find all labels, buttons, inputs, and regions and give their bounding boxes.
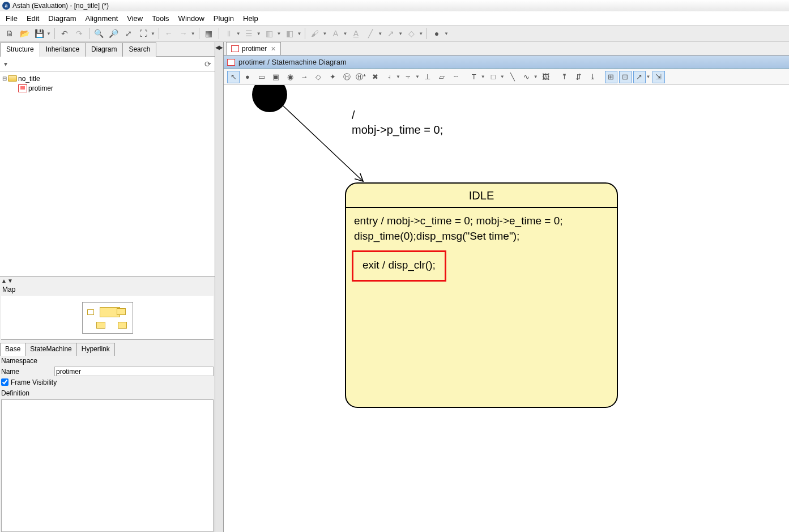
- name-field[interactable]: [54, 367, 214, 376]
- app-logo-icon: a: [2, 2, 10, 10]
- entry-point-icon[interactable]: ⊥: [421, 71, 434, 83]
- filter-icon[interactable]: ▾: [0, 60, 11, 68]
- initial-pseudostate[interactable]: [252, 85, 287, 112]
- doc-tab-protimer[interactable]: protimer ✕: [226, 42, 281, 55]
- tab-search[interactable]: Search: [122, 42, 156, 57]
- mode-d-icon[interactable]: ⇲: [652, 71, 665, 83]
- project-tree[interactable]: ⊟ no_title protimer: [0, 71, 215, 276]
- line-shape-icon[interactable]: ╲: [506, 71, 519, 83]
- menu-help[interactable]: Help: [238, 13, 263, 24]
- mode-b-icon[interactable]: ⊡: [619, 71, 632, 83]
- menu-window[interactable]: Window: [174, 13, 209, 24]
- doc-tab-label: protimer: [242, 45, 267, 53]
- statemachine-icon: [227, 59, 235, 66]
- refresh-icon[interactable]: ⟳: [201, 59, 215, 69]
- text-icon[interactable]: T: [468, 71, 480, 83]
- state-icon[interactable]: ▭: [255, 71, 268, 83]
- frame-visibility-checkbox[interactable]: [1, 378, 8, 386]
- new-file-icon[interactable]: 🗎: [3, 27, 16, 40]
- forward-icon[interactable]: →: [177, 27, 190, 40]
- diagram-canvas[interactable]: / mobj->p_time = 0; IDLE entry / mobj->c…: [224, 85, 789, 532]
- menu-tools[interactable]: Tools: [147, 13, 173, 24]
- align-horizontal-icon[interactable]: ⫴: [223, 27, 235, 40]
- join-icon[interactable]: ⫟: [402, 71, 415, 83]
- zoom-fit-icon[interactable]: ⤢: [122, 27, 135, 40]
- terminate-icon[interactable]: ✖: [369, 71, 381, 83]
- menu-plugin[interactable]: Plugin: [209, 13, 238, 24]
- align-top-icon[interactable]: ⤒: [558, 71, 571, 83]
- zoom-in-icon[interactable]: 🔍: [93, 27, 105, 40]
- mode-c-icon[interactable]: ↗: [633, 71, 646, 83]
- choice-icon[interactable]: ◇: [312, 71, 325, 83]
- transition-text-l1: /: [352, 108, 443, 122]
- zoom-out-icon[interactable]: 🔎: [108, 27, 120, 40]
- menu-view[interactable]: View: [122, 13, 147, 24]
- history-icon[interactable]: Ⓗ: [340, 71, 353, 83]
- selection-tool-icon[interactable]: ↖: [227, 71, 240, 83]
- align-bottom-icon[interactable]: ⤓: [587, 71, 599, 83]
- pane-splitter[interactable]: ◀▶: [215, 42, 223, 532]
- sidebar: Structure Inheritance Diagram Search ▾ ⟳…: [0, 42, 215, 532]
- transition-text-l2: mobj->p_time = 0;: [352, 122, 443, 137]
- paint-icon[interactable]: 🖌: [309, 27, 321, 40]
- prop-tab-base[interactable]: Base: [0, 343, 25, 356]
- tab-inheritance[interactable]: Inheritance: [40, 42, 86, 57]
- image-icon[interactable]: 🖼: [540, 71, 552, 83]
- final-state-icon[interactable]: ◉: [284, 71, 296, 83]
- collapse-icon[interactable]: ⊟: [1, 75, 8, 82]
- fork-icon[interactable]: ⫞: [383, 71, 395, 83]
- tree-child[interactable]: protimer: [1, 83, 214, 93]
- open-file-icon[interactable]: 📂: [18, 27, 31, 40]
- distribute-icon[interactable]: ▥: [263, 27, 276, 40]
- tab-diagram[interactable]: Diagram: [85, 42, 123, 57]
- font-icon[interactable]: A: [329, 27, 342, 40]
- menu-edit[interactable]: Edit: [22, 13, 44, 24]
- submachine-icon[interactable]: ▣: [270, 71, 282, 83]
- save-file-icon[interactable]: 💾: [33, 27, 45, 40]
- arrow-icon[interactable]: ↗: [385, 27, 397, 40]
- transition-icon[interactable]: →: [298, 71, 310, 83]
- transition-label[interactable]: / mobj->p_time = 0;: [352, 108, 443, 137]
- tile-icon[interactable]: ▦: [203, 27, 215, 40]
- map-minimap[interactable]: [1, 296, 214, 340]
- deep-history-icon[interactable]: Ⓗ*: [355, 71, 367, 83]
- property-tabs: Base StateMachine Hyperlink: [0, 342, 215, 355]
- state-exit-highlight[interactable]: exit / disp_clr();: [352, 250, 446, 282]
- zoom-selection-icon[interactable]: ⛶: [137, 27, 150, 40]
- redo-icon[interactable]: ↷: [73, 27, 86, 40]
- prop-tab-hyperlink[interactable]: Hyperlink: [76, 343, 115, 356]
- structure-tabs: Structure Inheritance Diagram Search: [0, 42, 215, 57]
- close-tab-icon[interactable]: ✕: [271, 45, 276, 53]
- tree-root[interactable]: ⊟ no_title: [1, 74, 214, 83]
- map-collapse-handle[interactable]: ▲▼: [0, 278, 215, 284]
- line-icon[interactable]: ╱: [364, 27, 377, 40]
- main-toolbar: 🗎 📂 💾▼ ↶ ↷ 🔍 🔎 ⤢ ⛶▼ ← →▼ ▦ ⫴▼ ☰▼ ▥▼ ◧▼ 🖌…: [0, 25, 789, 42]
- circle-icon[interactable]: ●: [430, 27, 443, 40]
- state-idle[interactable]: IDLE entry / mobj->c_time = 0; mobj->e_t…: [345, 182, 618, 408]
- menu-diagram[interactable]: Diagram: [44, 13, 80, 24]
- initial-state-icon[interactable]: ●: [241, 71, 254, 83]
- state-name: IDLE: [346, 184, 617, 208]
- prop-tab-statemachine[interactable]: StateMachine: [25, 343, 76, 356]
- state-entry-l1: entry / mobj->c_time = 0; mobj->e_time =…: [354, 214, 609, 229]
- definition-label: Definition: [1, 389, 54, 397]
- filter-input[interactable]: [11, 57, 201, 71]
- align-middle-icon[interactable]: ⇵: [573, 71, 585, 83]
- mode-a-icon[interactable]: ⊞: [605, 71, 617, 83]
- note-anchor-icon[interactable]: ┄: [450, 71, 462, 83]
- tab-structure[interactable]: Structure: [0, 42, 40, 57]
- rect-icon[interactable]: □: [487, 71, 500, 83]
- undo-icon[interactable]: ↶: [58, 27, 71, 40]
- menu-alignment[interactable]: Alignment: [80, 13, 122, 24]
- align-vertical-icon[interactable]: ☰: [243, 27, 255, 40]
- size-icon[interactable]: ◧: [284, 27, 296, 40]
- font-color-icon[interactable]: A: [349, 27, 362, 40]
- note-icon[interactable]: ▱: [436, 71, 448, 83]
- menu-file[interactable]: File: [1, 13, 22, 24]
- tree-child-label: protimer: [28, 84, 53, 92]
- freehand-icon[interactable]: ∿: [521, 71, 533, 83]
- back-icon[interactable]: ←: [163, 27, 175, 40]
- definition-textarea[interactable]: [1, 399, 214, 532]
- shape-icon[interactable]: ◇: [405, 27, 417, 40]
- junction-icon[interactable]: ✦: [326, 71, 339, 83]
